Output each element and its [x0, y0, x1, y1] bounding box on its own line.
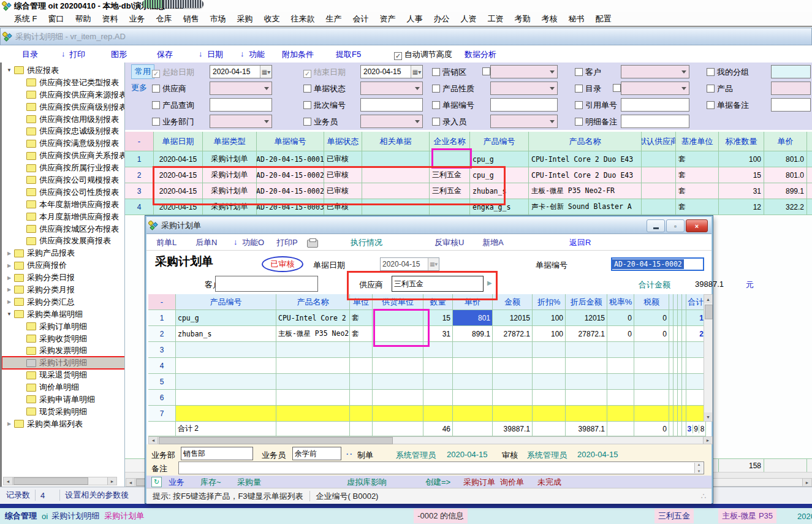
grid-cell[interactable]: [276, 358, 350, 374]
grid-cell[interactable]: 100: [719, 151, 764, 167]
grid-cell[interactable]: 三利五金: [430, 167, 470, 183]
grid-cell[interactable]: [669, 390, 674, 406]
filter-checkbox[interactable]: [707, 101, 715, 109]
filter-field-end-date[interactable]: 2020-04-15▦▾: [360, 65, 423, 78]
chevron-right-icon[interactable]: ▶: [4, 275, 14, 281]
purchase-qty-link[interactable]: 采购量: [237, 477, 261, 488]
grid-cell[interactable]: 12015: [566, 310, 607, 326]
grid-cell[interactable]: CPU-Intel Core 2 Duo E43: [529, 151, 642, 167]
grid-cell[interactable]: [453, 390, 493, 406]
grid-cell[interactable]: [642, 167, 676, 183]
grid-cell[interactable]: [674, 374, 678, 390]
column-header[interactable]: 单据编号: [257, 132, 324, 151]
chevron-right-icon[interactable]: ▶: [4, 263, 14, 268]
remark-field[interactable]: ▲▼: [178, 461, 704, 474]
menu-item[interactable]: 采购: [232, 13, 259, 25]
grid-cell[interactable]: engka_g_s: [470, 199, 529, 215]
filter-checkbox[interactable]: [303, 101, 311, 109]
chevron-down-icon[interactable]: [547, 82, 557, 94]
grid-cell[interactable]: 0: [634, 310, 669, 326]
grid-cell[interactable]: 322.2: [764, 199, 807, 215]
column-header[interactable]: 单价: [764, 132, 807, 151]
filter-checkbox[interactable]: [432, 85, 440, 93]
filter-field-product[interactable]: [771, 82, 811, 95]
grid-cell[interactable]: 2020-04-15: [154, 151, 203, 167]
filter-field-product-query[interactable]: [210, 98, 272, 112]
chevron-down-icon[interactable]: [679, 82, 689, 94]
create-link[interactable]: 创建=>: [425, 477, 450, 488]
graph-button[interactable]: 图形: [111, 49, 127, 60]
grid-cell[interactable]: 已审核: [324, 199, 362, 215]
grid-cell[interactable]: [807, 199, 812, 215]
grid-cell[interactable]: [276, 406, 350, 422]
column-header[interactable]: 默认供应商: [642, 132, 676, 151]
chevron-right-icon[interactable]: ▶: [4, 421, 14, 427]
grid-cell[interactable]: 899.1: [453, 326, 493, 342]
grid-cell[interactable]: [362, 183, 430, 199]
grid-cell[interactable]: [642, 151, 676, 167]
column-header[interactable]: 单据状态: [324, 132, 362, 151]
grid-cell[interactable]: CPU-Intel Core 2 Duo E43: [276, 310, 350, 326]
grid-cell[interactable]: [176, 390, 276, 406]
tree-item[interactable]: ▶采购分类汇总: [2, 296, 124, 308]
grid-cell[interactable]: 0: [634, 326, 669, 342]
menu-item[interactable]: 人资: [455, 13, 482, 25]
grid-cell[interactable]: 6: [148, 390, 176, 406]
grid-cell[interactable]: [669, 406, 674, 422]
chevron-right-icon[interactable]: ▶: [4, 287, 14, 292]
taskbar-item-dialog[interactable]: 采购计划单: [104, 511, 144, 522]
column-header[interactable]: 产品编号: [176, 294, 276, 310]
grid-cell[interactable]: [678, 326, 682, 342]
grid-cell[interactable]: [176, 358, 276, 374]
scroll-right-icon[interactable]: ►: [802, 479, 811, 486]
column-header[interactable]: 单据类型: [203, 132, 257, 151]
filter-checkbox[interactable]: [303, 118, 311, 126]
filter-field-customer[interactable]: [621, 65, 689, 78]
chevron-down-icon[interactable]: ▼: [4, 67, 14, 73]
filter-checkbox[interactable]: [575, 101, 583, 109]
column-header[interactable]: 产品编号: [470, 132, 529, 151]
grid-cell[interactable]: [682, 374, 686, 390]
grid-cell[interactable]: 已审核: [324, 151, 362, 167]
grid-cell[interactable]: 801.0: [764, 151, 807, 167]
grid-cell[interactable]: 801.0: [764, 167, 807, 183]
column-header[interactable]: 产品名称: [276, 294, 350, 310]
grid-cell[interactable]: [674, 310, 678, 326]
menu-item[interactable]: 仓库: [151, 13, 178, 25]
menu-item[interactable]: 生产: [321, 13, 347, 25]
grid-cell[interactable]: [423, 406, 453, 422]
grid-cell[interactable]: [423, 390, 453, 406]
grid-cell[interactable]: [373, 326, 423, 342]
filter-field-detail-remark[interactable]: [621, 115, 689, 128]
filter-extra-checkbox[interactable]: [482, 67, 490, 75]
tree-item[interactable]: 供应商按登记类型报表: [2, 77, 124, 89]
scroll-left-icon[interactable]: ◄: [149, 437, 158, 444]
grid-cell[interactable]: [493, 342, 533, 358]
filter-checkbox[interactable]: [432, 118, 440, 126]
grid-cell[interactable]: [807, 151, 812, 167]
grid-cell[interactable]: [276, 342, 350, 358]
tree-item[interactable]: 询价单明细: [2, 381, 124, 393]
taskbar-item-report[interactable]: 采购计划明细: [51, 511, 99, 522]
grid-cell[interactable]: cpu_g: [470, 167, 529, 183]
grid-cell[interactable]: [607, 374, 634, 390]
filter-field-sales-region[interactable]: [490, 65, 558, 78]
tree-hscrollbar-thumb[interactable]: [13, 477, 88, 485]
tree-item[interactable]: 供应商按供应商关系报表: [2, 150, 124, 162]
grid-cell[interactable]: [682, 358, 686, 374]
grid-cell[interactable]: zhuban_s: [176, 326, 276, 342]
scroll-left-icon[interactable]: ◄: [126, 479, 135, 486]
grid-cell[interactable]: 2020-04-15: [154, 167, 203, 183]
dialog-titlebar[interactable]: 采购计划单 ▫ ×: [146, 217, 711, 234]
data-analysis-button[interactable]: 数据分析: [465, 49, 496, 60]
taskbar-mid[interactable]: oi: [42, 512, 48, 521]
grid-cell[interactable]: [350, 390, 373, 406]
prev-doc-button[interactable]: 前单L: [156, 237, 176, 248]
grid-cell[interactable]: 采购计划单: [203, 183, 257, 199]
scroll-up-icon[interactable]: ▲: [704, 295, 712, 303]
column-header[interactable]: [807, 132, 812, 151]
grid-cell[interactable]: [350, 342, 373, 358]
grid-cell[interactable]: 主板-微星 P35 Neo2-FR: [276, 326, 350, 342]
tree-item[interactable]: 采购收货明细: [2, 333, 124, 345]
column-header[interactable]: -: [125, 132, 154, 151]
